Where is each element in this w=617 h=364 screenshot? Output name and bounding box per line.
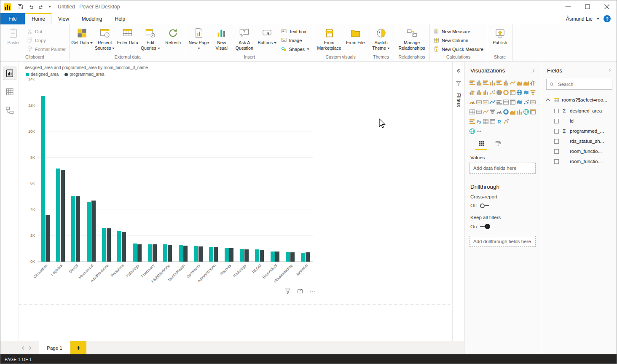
bar[interactable] [163, 244, 167, 262]
scatter-2-visual-icon[interactable] [503, 118, 509, 125]
table-node[interactable]: rooms?$select=roo... [541, 94, 617, 106]
map-visual-icon[interactable] [516, 89, 523, 96]
stacked-area-visual-icon[interactable] [523, 80, 529, 86]
line-and-stacked-column-visual-icon[interactable] [469, 89, 475, 96]
bar[interactable] [87, 202, 91, 262]
gauge-2-visual-icon[interactable] [496, 109, 502, 115]
more-options-icon[interactable] [309, 288, 316, 294]
publish-button[interactable]: Publish [488, 24, 511, 46]
bar[interactable] [255, 249, 259, 262]
redo-icon[interactable] [38, 3, 45, 10]
format-painter-button[interactable]: Format Painter [27, 46, 66, 52]
donut-chart-visual-icon[interactable] [503, 89, 509, 96]
field-checkbox[interactable] [554, 149, 559, 154]
field-item[interactable]: rds_status_sh... [541, 136, 617, 146]
add-drillthrough-fields-dropzone[interactable]: Add drillthrough fields here [469, 236, 536, 247]
field-checkbox[interactable] [554, 139, 559, 144]
bar[interactable] [209, 247, 213, 262]
bar[interactable] [76, 196, 80, 262]
waterfall-visual-icon[interactable] [483, 89, 489, 96]
tab-file[interactable]: File [0, 13, 25, 24]
new-page-button[interactable]: New Page [188, 24, 210, 51]
kpi-visual-icon[interactable] [489, 99, 496, 105]
model-view-button[interactable] [3, 104, 16, 117]
get-data-button[interactable]: Get Data [71, 24, 94, 46]
table-2-visual-icon[interactable] [483, 118, 489, 125]
field-item[interactable]: room_functio... [541, 146, 617, 156]
quick-access-dropdown-icon[interactable] [48, 6, 51, 8]
funnel-2-visual-icon[interactable] [489, 109, 496, 115]
report-view-button[interactable] [3, 67, 16, 80]
close-button[interactable] [597, 0, 617, 13]
manage-relationships-button[interactable]: Manage Relationships [395, 24, 428, 51]
new-measure-button[interactable]: New Measure [433, 28, 483, 35]
metrics-visual-icon[interactable] [483, 109, 489, 115]
field-item[interactable]: Σdesigned_area [541, 106, 617, 116]
multi-row-card-visual-icon[interactable] [483, 99, 489, 105]
fields-well-tab[interactable] [475, 140, 487, 150]
r-visual-visual-icon[interactable]: R [496, 118, 502, 125]
bar[interactable] [290, 252, 295, 262]
tab-modeling[interactable]: Modeling [75, 13, 109, 24]
bar[interactable] [168, 245, 172, 262]
table-visual-icon[interactable] [503, 99, 509, 105]
cut-button[interactable]: Cut [27, 28, 66, 35]
tab-help[interactable]: Help [109, 13, 132, 24]
slicer-2-visual-icon[interactable] [469, 118, 475, 125]
bar[interactable] [229, 248, 233, 262]
enter-data-button[interactable]: Enter Data [116, 24, 139, 46]
paginated-report-visual-icon[interactable] [469, 109, 475, 115]
100-stacked-bar-visual-icon[interactable] [496, 80, 502, 86]
signed-in-user[interactable]: Åsmund Lie [566, 16, 593, 22]
tab-home[interactable]: Home [25, 13, 52, 24]
funnel-visual-icon[interactable] [530, 89, 536, 96]
new-page-tab-button[interactable]: + [70, 341, 86, 354]
undo-icon[interactable] [27, 3, 34, 10]
line-and-column-visual-icon[interactable] [530, 80, 536, 86]
card-visual-icon[interactable] [476, 99, 482, 105]
new-column-button[interactable]: New Column [433, 37, 483, 43]
bar[interactable] [301, 253, 305, 262]
shapes-button[interactable]: Shapes [281, 46, 309, 52]
matrix-3-visual-icon[interactable] [489, 118, 496, 125]
bar[interactable] [306, 252, 310, 262]
field-checkbox[interactable] [554, 129, 559, 134]
user-dropdown-icon[interactable] [597, 18, 599, 20]
shape-map-visual-icon[interactable] [516, 99, 523, 105]
page-tab[interactable]: Page 1 [39, 341, 70, 354]
report-canvas[interactable]: designed_area and programmed_area by roo… [19, 62, 452, 341]
filled-map-visual-icon[interactable] [523, 89, 529, 96]
bar[interactable] [240, 249, 244, 262]
map-2-visual-icon[interactable] [523, 109, 529, 115]
legend-item[interactable]: programmed_area [64, 72, 104, 77]
gauge-visual-icon[interactable] [469, 99, 475, 105]
bar[interactable] [225, 248, 229, 262]
field-item[interactable]: room_functio... [541, 156, 617, 166]
maximize-button[interactable] [578, 0, 597, 13]
bar[interactable] [91, 201, 96, 262]
arcgis-map-visual-icon[interactable] [469, 128, 475, 134]
from-file-button[interactable]: From File [344, 24, 367, 46]
bar[interactable] [46, 215, 50, 262]
next-page-icon[interactable] [27, 341, 33, 355]
field-item[interactable]: id [541, 116, 617, 126]
fields-search-input[interactable] [557, 81, 617, 87]
bar[interactable] [275, 252, 279, 262]
collapse-fields-icon[interactable] [608, 68, 612, 73]
bar[interactable] [71, 196, 75, 262]
bar[interactable] [107, 228, 111, 262]
bar[interactable] [179, 245, 183, 262]
switch-theme-button[interactable]: Switch Theme [370, 24, 392, 51]
bar[interactable] [153, 244, 157, 262]
matrix-visual-icon[interactable] [510, 99, 516, 105]
treemap-visual-icon[interactable] [510, 89, 516, 96]
from-marketplace-button[interactable]: From Marketplace [314, 24, 344, 51]
collapse-visualizations-icon[interactable] [531, 68, 536, 73]
help-icon[interactable]: ? [604, 15, 611, 22]
bar[interactable] [102, 228, 106, 262]
area-chart-visual-icon[interactable] [516, 80, 523, 86]
bar-chart-visual[interactable]: designed_area and programmed_area by roo… [21, 64, 317, 287]
new-visual-button[interactable]: New Visual [210, 24, 233, 51]
smart-narrative-visual-icon[interactable] [476, 109, 482, 115]
bar[interactable] [41, 96, 45, 262]
